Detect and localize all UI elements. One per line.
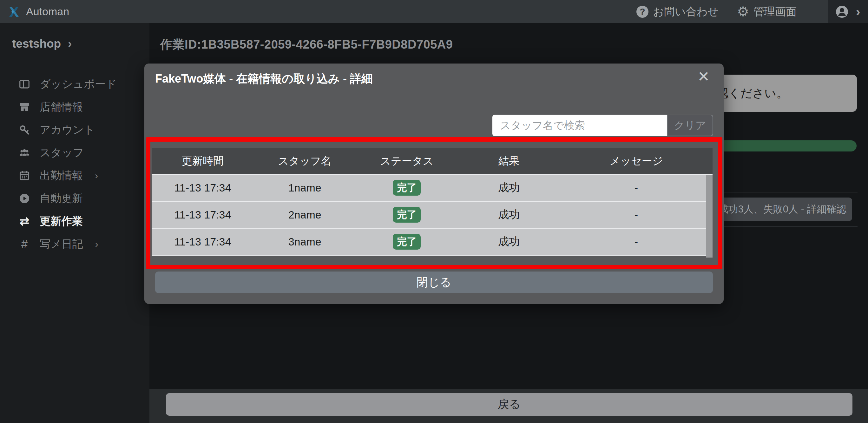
modal-title: FakeTwo媒体 - 在籍情報の取り込み - 詳細 [155, 63, 373, 94]
cell-result: 成功 [458, 180, 560, 195]
contact-link[interactable]: ? お問い合わせ [637, 4, 719, 19]
people-icon [18, 147, 31, 159]
cell-result: 成功 [458, 207, 560, 222]
brand[interactable]: Automan [0, 5, 69, 18]
status-badge: 完了 [393, 234, 421, 250]
table-row: 11-13 17:34 1name 完了 成功 - [152, 175, 713, 202]
help-icon: ? [637, 6, 648, 18]
sidebar-item-update-work[interactable]: ⇄ 更新作業 [0, 210, 149, 233]
table-body: 11-13 17:34 1name 完了 成功 - 11-13 17:34 2n… [152, 175, 713, 256]
cell-staff-name: 1name [254, 182, 356, 194]
hash-icon: # [18, 238, 31, 250]
dashboard-icon [18, 78, 31, 90]
admin-label: 管理画面 [753, 4, 797, 19]
storefront-icon [18, 101, 31, 113]
sidebar-menu: ダッシュボード 店舗情報 アカウント [0, 73, 149, 256]
brand-name: Automan [26, 5, 69, 18]
sidebar-item-staff[interactable]: スタッフ [0, 141, 149, 164]
sidebar-item-label: 出勤情報 [40, 168, 83, 183]
admin-link[interactable]: ⚙ 管理画面 [737, 4, 797, 19]
sidebar-item-account[interactable]: アカウント [0, 118, 149, 141]
cell-time: 11-13 17:34 [152, 209, 254, 221]
back-button[interactable]: 戻る [166, 393, 852, 416]
top-bar: Automan ? お問い合わせ ⚙ 管理画面 › [0, 0, 868, 23]
status-badge: 完了 [393, 207, 421, 223]
top-nav: ? お問い合わせ ⚙ 管理画面 › [637, 0, 868, 23]
clear-button[interactable]: クリア [667, 115, 713, 136]
cell-staff-name: 3name [254, 236, 356, 248]
cell-message: - [560, 209, 713, 221]
sidebar-item-photo-diary[interactable]: # 写メ日記 › [0, 233, 149, 256]
footer-bar: 戻る [149, 389, 868, 423]
result-table: 更新時間 スタッフ名 ステータス 結果 メッセージ 11-13 17:34 1n… [152, 148, 713, 256]
sidebar: testshop › ダッシュボード 店舗情報 [0, 23, 149, 423]
status-badge: 完了 [393, 180, 421, 196]
cell-staff-name: 2name [254, 209, 356, 221]
column-header: スタッフ名 [254, 154, 356, 168]
calendar-icon [18, 170, 31, 182]
sidebar-item-label: ダッシュボード [40, 77, 117, 91]
user-icon [836, 5, 848, 18]
cell-message: - [560, 182, 713, 194]
table-row: 11-13 17:34 2name 完了 成功 - [152, 202, 713, 229]
job-id-heading: 作業ID:1B35B587-2059-4266-8FB5-F7B9D8D705A… [160, 36, 453, 53]
staff-search-input[interactable] [492, 115, 667, 136]
expand-chevron-icon[interactable]: › [856, 5, 860, 19]
modal-header: FakeTwo媒体 - 在籍情報の取り込み - 詳細 ✕ [144, 63, 724, 94]
column-header: メッセージ [560, 154, 713, 168]
sidebar-item-dashboard[interactable]: ダッシュボード [0, 73, 149, 95]
shop-switcher[interactable]: testshop › [0, 23, 149, 51]
modal-close-button[interactable]: 閉じる [155, 272, 713, 293]
sidebar-item-shop-info[interactable]: 店舗情報 [0, 95, 149, 118]
cell-time: 11-13 17:34 [152, 236, 254, 248]
close-icon[interactable]: ✕ [697, 69, 710, 84]
shop-name: testshop [12, 37, 61, 51]
cell-message: - [560, 236, 713, 248]
table-scrollbar[interactable] [706, 175, 713, 258]
play-circle-icon [18, 193, 31, 204]
table-row: 11-13 17:34 3name 完了 成功 - [152, 229, 713, 256]
sidebar-item-label: 更新作業 [40, 214, 83, 229]
shop-chevron-icon: › [68, 37, 72, 51]
column-header: ステータス [356, 154, 458, 168]
sidebar-item-label: アカウント [40, 122, 95, 137]
column-header: 更新時間 [152, 154, 254, 168]
contact-label: お問い合わせ [653, 4, 719, 19]
sidebar-item-label: 店舗情報 [40, 100, 83, 114]
cell-result: 成功 [458, 234, 560, 249]
automan-logo-icon [7, 5, 21, 18]
arrows-swap-icon: ⇄ [18, 216, 31, 227]
sidebar-item-label: 自動更新 [40, 191, 83, 206]
result-detail-button[interactable]: 成功3人、失敗0人 - 詳細確認 [713, 198, 852, 221]
sidebar-item-label: 写メ日記 [40, 237, 83, 252]
key-icon [18, 124, 31, 136]
submenu-chevron-icon: › [95, 239, 98, 250]
gear-icon: ⚙ [737, 5, 749, 19]
sidebar-item-auto-update[interactable]: 自動更新 [0, 187, 149, 210]
table-header-row: 更新時間 スタッフ名 ステータス 結果 メッセージ [152, 148, 713, 175]
sidebar-item-label: スタッフ [40, 145, 84, 160]
column-header: 結果 [458, 154, 560, 168]
sidebar-item-attendance[interactable]: 出勤情報 › [0, 164, 149, 187]
cell-time: 11-13 17:34 [152, 182, 254, 194]
submenu-chevron-icon: › [95, 170, 98, 181]
account-segment[interactable]: › [828, 0, 868, 23]
import-detail-modal: FakeTwo媒体 - 在籍情報の取り込み - 詳細 ✕ クリア 更新時間 スタ… [144, 63, 724, 304]
